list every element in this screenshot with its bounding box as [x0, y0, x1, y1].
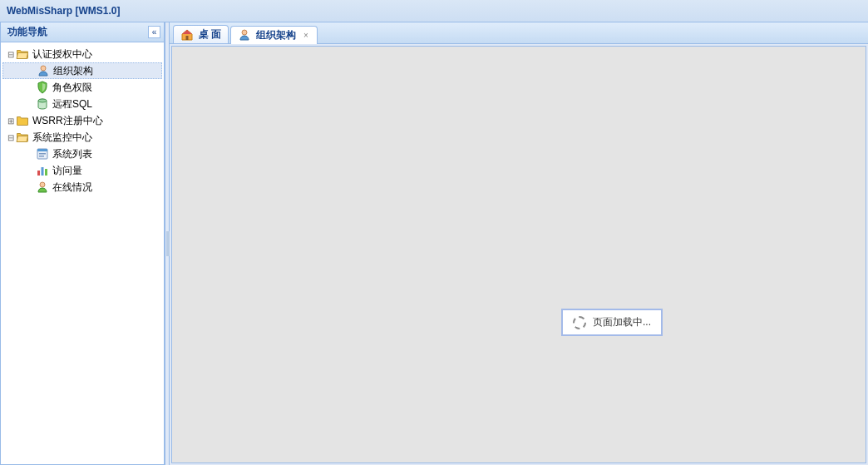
tree-node-label: 访问量 — [51, 164, 82, 178]
user-green-icon — [36, 181, 49, 194]
loading-indicator: 页面加载中... — [561, 309, 663, 336]
folder-icon — [16, 114, 29, 127]
tree-node-remote-sql[interactable]: ·远程SQL — [2, 96, 162, 112]
tree-node-label: 组织架构 — [52, 64, 93, 78]
folder-open-icon — [16, 47, 29, 61]
tab-label: 桌 面 — [199, 27, 221, 42]
tab-org-structure-tab[interactable]: 组织架构× — [230, 26, 318, 44]
tree-node-monitor-center[interactable]: ⊟系统监控中心 — [2, 129, 162, 146]
svg-rect-7 — [37, 171, 40, 176]
tree-node-label: 远程SQL — [51, 97, 92, 111]
loading-text: 页面加载中... — [593, 315, 651, 329]
tree-node-system-list[interactable]: ·系统列表 — [2, 146, 162, 162]
tree-node-label: WSRR注册中心 — [31, 114, 103, 128]
sidebar: 功能导航 « ⊟认证授权中心·组织架构·角色权限·远程SQL⊞WSRR注册中心⊟… — [0, 22, 165, 465]
tree-node-wsrr-center[interactable]: ⊞WSRR注册中心 — [2, 112, 162, 129]
user-icon — [37, 64, 50, 77]
tree-node-online[interactable]: ·在线情况 — [2, 179, 162, 195]
app-icon — [36, 147, 49, 161]
toggle-icon[interactable]: ⊞ — [6, 116, 16, 126]
tree-node-label: 角色权限 — [51, 81, 92, 95]
db-icon — [36, 97, 49, 111]
tab-label: 组织架构 — [256, 28, 296, 42]
tree-node-label: 系统列表 — [51, 147, 92, 161]
svg-rect-4 — [37, 149, 47, 151]
svg-point-0 — [41, 66, 46, 71]
sidebar-collapse-button[interactable]: « — [148, 26, 160, 38]
user-icon — [238, 28, 251, 42]
svg-point-10 — [40, 182, 45, 187]
tree-node-label: 系统监控中心 — [31, 131, 92, 145]
spinner-icon — [573, 316, 586, 329]
toggle-icon[interactable]: ⊟ — [6, 133, 16, 142]
sidebar-header: 功能导航 « — [1, 22, 164, 42]
svg-rect-5 — [39, 153, 46, 155]
content-area: 桌 面组织架构× 页面加载中... — [170, 22, 868, 465]
shield-icon — [36, 81, 49, 94]
tree-node-org-structure[interactable]: ·组织架构 — [2, 62, 162, 79]
tree-node-visits[interactable]: ·访问量 — [2, 162, 162, 179]
home-icon — [180, 28, 194, 42]
app-titlebar: WebMisSharp [WMS1.0] — [0, 0, 868, 22]
svg-rect-11 — [186, 36, 189, 40]
tree-node-auth-center[interactable]: ⊟认证授权中心 — [2, 46, 162, 62]
svg-point-2 — [38, 99, 47, 102]
svg-rect-8 — [42, 167, 44, 176]
tree-node-label: 在线情况 — [51, 181, 92, 195]
chart-icon — [36, 164, 49, 177]
toggle-icon[interactable]: ⊟ — [6, 50, 16, 59]
nav-tree: ⊟认证授权中心·组织架构·角色权限·远程SQL⊞WSRR注册中心⊟系统监控中心·… — [1, 42, 164, 464]
tree-node-label: 认证授权中心 — [31, 47, 92, 62]
tab-desktop[interactable]: 桌 面 — [173, 25, 229, 43]
svg-rect-9 — [45, 169, 47, 176]
svg-rect-6 — [39, 156, 44, 157]
sidebar-title: 功能导航 — [7, 25, 47, 39]
folder-open-icon — [16, 131, 29, 144]
tabbar: 桌 面组织架构× — [170, 22, 868, 44]
content-pane: 页面加载中... — [171, 46, 866, 463]
svg-point-12 — [242, 30, 247, 35]
splitter[interactable] — [165, 22, 170, 465]
tab-close-button[interactable]: × — [301, 31, 310, 40]
tree-node-role-perm[interactable]: ·角色权限 — [2, 79, 162, 96]
app-title: WebMisSharp [WMS1.0] — [7, 5, 120, 17]
